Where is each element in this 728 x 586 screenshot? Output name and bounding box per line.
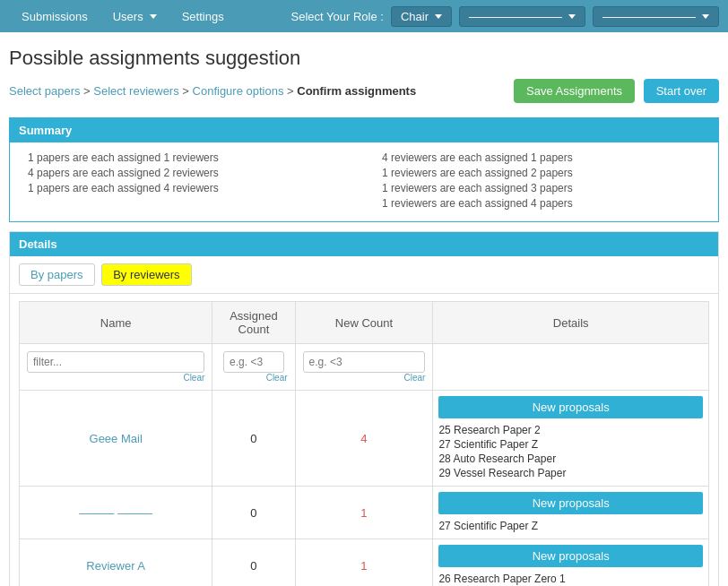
col-name: Name (20, 302, 212, 344)
new-proposals-bar: New proposals (438, 492, 703, 514)
breadcrumb-select-reviewers[interactable]: Select reviewers (93, 84, 178, 98)
dropdown-2[interactable]: ———————— (593, 6, 719, 27)
breadcrumb-confirm: Confirm assignments (297, 84, 416, 98)
breadcrumb: Select papers > Select reviewers > Confi… (9, 84, 416, 98)
details-header: Details (10, 232, 718, 256)
reviewer-new-count-cell: 4 (295, 391, 433, 487)
reviewers-table: Name Assigned Count New Count Details Cl… (19, 301, 709, 586)
summary-left-item-2: 1 papers are each assigned 4 reviewers (28, 182, 346, 194)
dropdown-2-chevron-icon (702, 14, 709, 19)
summary-right-item-2: 1 reviewers are each assigned 3 papers (382, 182, 700, 194)
reviewer-details-cell: New proposals26 Research Paper Zero 1 (433, 539, 709, 587)
table-filter-row: Clear Clear Clear (20, 344, 709, 391)
role-label: Select Your Role : (291, 10, 384, 23)
proposal-item: 27 Scientific Paper Z (438, 437, 703, 452)
dropdown-1[interactable]: ———————— (459, 6, 585, 27)
table-row: Reviewer A01New proposals26 Research Pap… (20, 539, 709, 587)
clear-new-link[interactable]: Clear (303, 373, 426, 383)
clear-assigned-link[interactable]: Clear (220, 373, 287, 383)
users-chevron-icon (150, 14, 157, 19)
save-assignments-button[interactable]: Save Assignments (514, 79, 635, 103)
header-buttons: Save Assignments Start over (514, 79, 719, 103)
clear-name-link[interactable]: Clear (27, 373, 204, 383)
details-section: Details By papers By reviewers Name Assi… (9, 231, 719, 586)
role-dropdown[interactable]: Chair (391, 6, 452, 27)
summary-right-item-3: 1 reviewers are each assigned 4 papers (382, 197, 700, 210)
table-wrapper: Name Assigned Count New Count Details Cl… (10, 301, 718, 586)
filter-new-cell: Clear (295, 344, 433, 391)
nav-links: Submissions Users Settings (9, 0, 237, 32)
tabs-row: By papers By reviewers (10, 256, 718, 294)
nav-right: Select Your Role : Chair ———————— ——————… (291, 6, 719, 27)
reviewer-name-cell: Reviewer A (20, 539, 212, 587)
breadcrumb-configure-options[interactable]: Configure options (193, 84, 284, 98)
breadcrumb-select-papers[interactable]: Select papers (9, 84, 81, 98)
reviewer-new-count-cell: 1 (295, 487, 433, 539)
proposal-item: 29 Vessel Research Paper (438, 466, 703, 480)
dropdown-1-chevron-icon (568, 14, 576, 19)
table-row: ——— ———01New proposals27 Scientific Pape… (20, 487, 709, 539)
top-navigation: Submissions Users Settings Select Your R… (0, 0, 728, 32)
summary-right-item-0: 4 reviewers are each assigned 1 papers (382, 151, 700, 164)
filter-name-input[interactable] (27, 351, 204, 373)
nav-submissions[interactable]: Submissions (9, 0, 100, 32)
breadcrumb-row: Select papers > Select reviewers > Confi… (9, 79, 719, 103)
start-over-button[interactable]: Start over (644, 79, 719, 103)
reviewer-new-count-cell: 1 (295, 539, 433, 587)
role-chevron-icon (435, 14, 442, 19)
summary-left-item-0: 1 papers are each assigned 1 reviewers (28, 151, 346, 164)
proposal-item: 27 Scientific Paper Z (438, 519, 703, 533)
proposal-item: 26 Research Paper Zero 1 (438, 572, 703, 586)
new-proposals-bar: New proposals (438, 545, 703, 567)
role-value: Chair (401, 10, 429, 23)
table-header-row: Name Assigned Count New Count Details (20, 302, 709, 344)
reviewer-name-cell: Geee Mail (20, 391, 212, 487)
nav-settings[interactable]: Settings (169, 0, 237, 32)
filter-details-cell (433, 344, 709, 391)
summary-content: 1 papers are each assigned 1 reviewers 4… (10, 142, 718, 221)
reviewer-assigned-cell: 0 (212, 391, 295, 487)
new-proposals-bar: New proposals (438, 396, 703, 418)
col-details: Details (433, 302, 709, 344)
filter-assigned-cell: Clear (212, 344, 295, 391)
dropdown-1-value: ———————— (469, 10, 562, 23)
filter-name-cell: Clear (20, 344, 212, 391)
summary-left: 1 papers are each assigned 1 reviewers 4… (28, 151, 346, 212)
dropdown-2-value: ———————— (602, 10, 696, 23)
reviewer-name-cell: ——— ——— (20, 487, 212, 539)
page-header: Possible assignments suggestion Select p… (0, 32, 728, 117)
col-new: New Count (295, 302, 433, 344)
summary-right: 4 reviewers are each assigned 1 papers 1… (382, 151, 700, 212)
reviewer-assigned-cell: 0 (212, 539, 295, 587)
proposal-item: 25 Research Paper 2 (438, 423, 703, 437)
summary-left-item-1: 4 papers are each assigned 2 reviewers (28, 167, 346, 179)
summary-right-item-1: 1 reviewers are each assigned 2 papers (382, 167, 700, 179)
reviewer-details-cell: New proposals27 Scientific Paper Z (433, 487, 709, 539)
filter-new-input[interactable] (303, 351, 426, 373)
reviewer-assigned-cell: 0 (212, 487, 295, 539)
tab-by-reviewers[interactable]: By reviewers (101, 263, 191, 286)
summary-section: Summary 1 papers are each assigned 1 rev… (9, 117, 719, 222)
table-row: Geee Mail04New proposals25 Research Pape… (20, 391, 709, 487)
reviewer-details-cell: New proposals25 Research Paper 227 Scien… (433, 391, 709, 487)
tab-by-papers[interactable]: By papers (19, 263, 95, 286)
nav-users[interactable]: Users (100, 0, 169, 32)
page-title: Possible assignments suggestion (9, 47, 719, 70)
summary-header: Summary (10, 118, 718, 142)
col-assigned: Assigned Count (212, 302, 295, 344)
proposal-item: 28 Auto Research Paper (438, 452, 703, 466)
filter-assigned-input[interactable] (223, 351, 284, 373)
